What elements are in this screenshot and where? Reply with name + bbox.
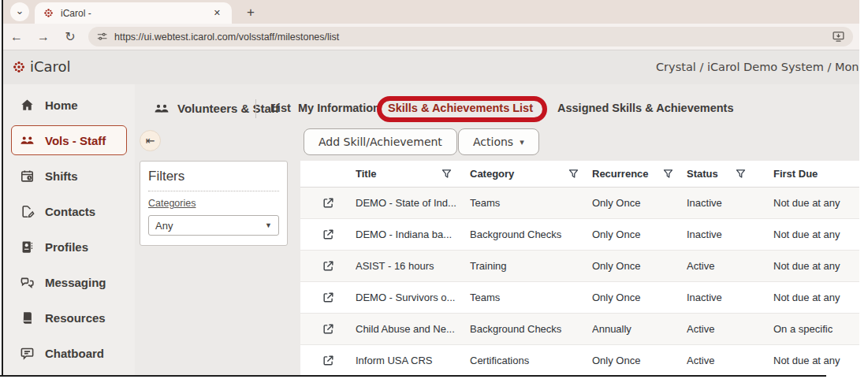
table-row[interactable]: DEMO - State of Ind... Teams Only Once I… xyxy=(300,188,859,219)
id-badge-icon xyxy=(20,240,35,255)
cell-title: DEMO - Indiana ba... xyxy=(356,229,470,240)
section-tabs-row: Volunteers & Staff List My Information S… xyxy=(135,99,859,128)
address-bar[interactable]: https://ui.webtest.icarol.com/volsstaff/… xyxy=(88,27,853,46)
cell-category: Training xyxy=(470,260,592,272)
column-header-recurrence[interactable]: Recurrence xyxy=(592,168,687,180)
calendar-clock-icon xyxy=(20,169,35,184)
cell-first-due: Not due at any xyxy=(773,229,859,240)
cell-status: Active xyxy=(687,323,773,335)
sidebar-item-label: Resources xyxy=(45,311,106,325)
column-label: Status xyxy=(687,168,718,180)
table-row[interactable]: DEMO - Survivors o... Teams Only Once In… xyxy=(300,282,859,314)
user-context[interactable]: Crystal / iCarol Demo System / Monda xyxy=(656,61,859,73)
people-group-icon xyxy=(154,101,170,117)
filters-panel: Filters Categories Any ▼ xyxy=(140,161,288,246)
categories-select[interactable]: Any ▼ xyxy=(148,215,279,236)
filter-funnel-icon[interactable] xyxy=(735,168,747,180)
tab-close-icon[interactable]: ✕ xyxy=(210,6,224,20)
open-in-new-icon[interactable] xyxy=(322,228,335,241)
tabs-divider xyxy=(255,99,256,118)
chevron-down-icon: ▼ xyxy=(265,221,272,229)
main-content: Volunteers & Staff List My Information S… xyxy=(135,84,859,375)
sidebar-item-shifts[interactable]: Shifts xyxy=(11,161,127,191)
cell-category: Background Checks xyxy=(470,229,592,240)
table-row[interactable]: Child Abuse and Ne... Background Checks … xyxy=(300,314,859,345)
send-to-device-icon[interactable] xyxy=(832,30,845,43)
reload-icon[interactable]: ↻ xyxy=(57,29,84,44)
sidebar-item-vols-staff[interactable]: Vols - Staff xyxy=(11,125,127,155)
column-header-category[interactable]: Category xyxy=(470,168,592,180)
actions-button[interactable]: Actions ▾ xyxy=(458,128,539,155)
column-label: Title xyxy=(356,168,377,180)
categories-link[interactable]: Categories xyxy=(148,198,279,209)
site-settings-icon[interactable] xyxy=(96,31,108,43)
filter-funnel-icon[interactable] xyxy=(568,168,579,180)
icarol-brand[interactable]: iCarol xyxy=(11,58,71,75)
column-header-title[interactable]: Title xyxy=(356,168,470,180)
column-header-status[interactable]: Status xyxy=(687,168,773,180)
tab-my-information[interactable]: My Information xyxy=(298,102,380,114)
sidebar-item-chatboard[interactable]: Chatboard xyxy=(11,338,127,368)
section-title: Volunteers & Staff xyxy=(177,102,279,115)
table-row[interactable]: Inform USA CRS Certifications Only Once … xyxy=(300,345,859,375)
home-icon xyxy=(20,98,35,113)
open-in-new-icon[interactable] xyxy=(322,322,335,336)
tab-list[interactable]: List xyxy=(270,102,291,114)
people-group-icon xyxy=(20,133,35,148)
skills-table: Title Category Recurrence xyxy=(300,161,859,375)
sidebar-item-label: Messaging xyxy=(45,276,106,289)
filter-funnel-icon[interactable] xyxy=(441,168,453,180)
collapse-panel-icon[interactable]: ⇤ xyxy=(140,130,161,151)
cell-recurrence: Only Once xyxy=(592,292,687,303)
browser-toolbar: ← → ↻ https://ui.webtest.icarol.com/vols… xyxy=(3,24,859,50)
table-row[interactable]: ASIST - 16 hours Training Only Once Acti… xyxy=(300,251,859,282)
cell-first-due: Not due at any xyxy=(773,197,859,209)
categories-select-value: Any xyxy=(155,220,173,232)
browser-tab[interactable]: iCarol - ✕ xyxy=(35,2,232,24)
column-label: Recurrence xyxy=(592,168,649,180)
open-in-new-icon[interactable] xyxy=(322,259,335,273)
browser-tab-strip: ⌄ iCarol - ✕ + xyxy=(3,0,859,24)
browser-window: ⌄ iCarol - ✕ + ← → ↻ https://ui.webtest.… xyxy=(3,0,859,375)
back-icon[interactable]: ← xyxy=(3,30,30,44)
cell-recurrence: Only Once xyxy=(592,197,687,209)
tab-assigned-skills-achievements[interactable]: Assigned Skills & Achievements xyxy=(557,102,734,114)
sidebar-item-contacts[interactable]: Contacts xyxy=(11,196,127,226)
actions-button-label: Actions xyxy=(473,136,513,148)
table-rows: DEMO - State of Ind... Teams Only Once I… xyxy=(300,188,859,375)
cell-title: DEMO - State of Ind... xyxy=(356,197,470,209)
add-button-label: Add Skill/Achievement xyxy=(319,136,442,148)
cell-category: Certifications xyxy=(470,355,592,366)
new-tab-button[interactable]: + xyxy=(241,3,260,22)
sidebar-item-resources[interactable]: Resources xyxy=(11,303,127,333)
cell-first-due: Not due at any xyxy=(773,260,859,272)
sidebar-item-label: Chatboard xyxy=(45,347,104,360)
cell-recurrence: Only Once xyxy=(592,260,687,272)
tab-skills-achievements-list[interactable]: Skills & Achievements List xyxy=(388,102,533,121)
open-in-new-icon[interactable] xyxy=(322,196,335,210)
sidebar-item-home[interactable]: Home xyxy=(11,90,127,120)
sidebar-item-profiles[interactable]: Profiles xyxy=(11,232,127,262)
browser-tab-title: iCarol - xyxy=(61,8,210,19)
url-text[interactable]: https://ui.webtest.icarol.com/volsstaff/… xyxy=(114,32,832,43)
sidebar: Home Vols - Staff Shifts Contacts Profil… xyxy=(3,84,135,375)
open-in-new-icon[interactable] xyxy=(322,354,335,367)
cell-title: Inform USA CRS xyxy=(356,355,470,366)
sidebar-item-label: Shifts xyxy=(45,169,78,183)
cell-recurrence: Annually xyxy=(592,323,687,335)
cell-category: Background Checks xyxy=(470,323,592,335)
table-row[interactable]: DEMO - Indiana ba... Background Checks O… xyxy=(300,219,859,251)
forward-icon[interactable]: → xyxy=(30,30,57,44)
add-skill-achievement-button[interactable]: Add Skill/Achievement xyxy=(304,128,457,155)
cell-title: Child Abuse and Ne... xyxy=(356,323,470,335)
sidebar-item-label: Vols - Staff xyxy=(45,134,106,147)
cell-recurrence: Only Once xyxy=(592,355,687,366)
column-header-first-due[interactable]: First Due xyxy=(773,168,859,180)
tab-search-chevron-icon[interactable]: ⌄ xyxy=(10,2,29,21)
open-in-new-icon[interactable] xyxy=(322,291,335,304)
filter-funnel-icon[interactable] xyxy=(662,168,674,180)
book-icon xyxy=(20,310,35,325)
cell-status: Inactive xyxy=(687,292,773,303)
cell-status: Active xyxy=(687,355,773,366)
sidebar-item-messaging[interactable]: Messaging xyxy=(11,267,127,297)
